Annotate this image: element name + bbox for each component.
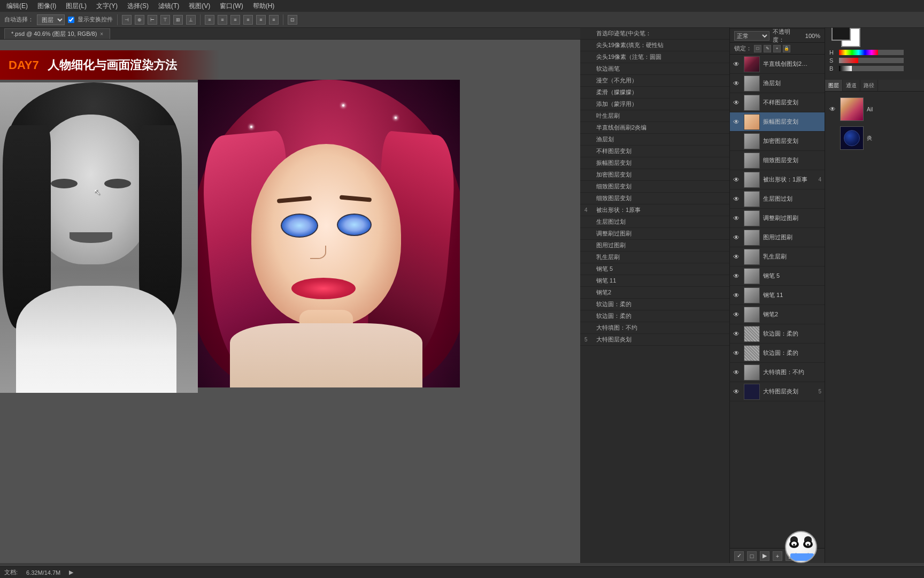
brush-item-24[interactable]: 软边圆：柔的 bbox=[580, 310, 729, 322]
brush-item-6[interactable]: 添加（蒙浮用） bbox=[580, 98, 729, 110]
tab-channels-2[interactable]: 通道 bbox=[843, 80, 860, 91]
layer-thumb-row-1[interactable]: 👁 Ail bbox=[829, 96, 920, 123]
align-top-icon[interactable]: ⊤ bbox=[160, 15, 170, 25]
layer-vis-1[interactable]: 👁 bbox=[733, 80, 741, 87]
tab-layers-2[interactable]: 图层 bbox=[825, 80, 843, 91]
menu-filter[interactable]: 滤镜(T) bbox=[154, 1, 183, 12]
lock-position-btn[interactable]: + bbox=[773, 45, 781, 52]
menu-select[interactable]: 选择(S) bbox=[123, 1, 153, 12]
show-transform-checkbox[interactable] bbox=[68, 17, 74, 23]
brightness-slider[interactable] bbox=[839, 66, 904, 71]
layer-row-5[interactable]: 👁 细致图层变划 bbox=[730, 151, 825, 170]
status-expand-arrow[interactable]: ▶ bbox=[69, 569, 73, 576]
layer-row-8[interactable]: 👁 调整刷过图刷 bbox=[730, 209, 825, 228]
layer-vis-3[interactable]: 👁 bbox=[733, 118, 741, 126]
hue-slider[interactable] bbox=[839, 50, 904, 55]
menu-image[interactable]: 图像(I) bbox=[33, 1, 60, 12]
layer-vis-5[interactable]: 👁 bbox=[733, 157, 741, 164]
menu-help[interactable]: 帮助(H) bbox=[249, 1, 279, 12]
lock-all-btn[interactable]: 🔒 bbox=[783, 45, 790, 52]
brush-item-9[interactable]: 渔层划 bbox=[580, 134, 729, 146]
distribute-top-icon[interactable]: ≡ bbox=[243, 15, 253, 25]
layer-vis-0[interactable]: 👁 bbox=[733, 60, 741, 68]
layer-row-7[interactable]: 👁 生层图过划 bbox=[730, 189, 825, 209]
align-center-h-icon[interactable]: ⊕ bbox=[135, 15, 144, 25]
layer-vis-15[interactable]: 👁 bbox=[733, 349, 741, 357]
layer-row-6[interactable]: 👁 被出形状：1原事 4 bbox=[730, 170, 825, 189]
brush-item-7[interactable]: 叶生层刷 bbox=[580, 110, 729, 122]
saturation-slider[interactable] bbox=[839, 58, 904, 63]
document-tab[interactable]: *.psd @ 40.6% (图层 10, RGB/8) × bbox=[4, 28, 110, 39]
brush-item-21[interactable]: 钢笔 11 bbox=[580, 275, 729, 287]
layer-row-1[interactable]: 👁 渔层划 bbox=[730, 74, 825, 93]
menu-view[interactable]: 视图(V) bbox=[184, 1, 214, 12]
layer-vis-6[interactable]: 👁 bbox=[733, 176, 741, 184]
menu-window[interactable]: 窗口(W) bbox=[215, 1, 247, 12]
brush-item-3[interactable]: 软边画笔 bbox=[580, 63, 729, 75]
layer-vis-13[interactable]: 👁 bbox=[733, 311, 741, 318]
layer-row-13[interactable]: 👁 钢笔2 bbox=[730, 305, 825, 324]
layer-row-4[interactable]: 👁 加密图层变划 bbox=[730, 132, 825, 151]
layer-vis-11[interactable]: 👁 bbox=[733, 272, 741, 280]
brush-item-17[interactable]: 调整刷过图刷 bbox=[580, 228, 729, 240]
distribute-h-icon[interactable]: ≡ bbox=[218, 15, 227, 25]
brush-item-22[interactable]: 钢笔2 bbox=[580, 287, 729, 299]
mascot-widget[interactable] bbox=[785, 531, 817, 563]
distribute-bottom-icon[interactable]: ≡ bbox=[269, 15, 279, 25]
layer-vis-16[interactable]: 👁 bbox=[733, 369, 741, 376]
layer-vis-4[interactable]: 👁 bbox=[733, 138, 741, 145]
brush-item-14[interactable]: 细致图层变划 bbox=[580, 193, 729, 204]
layer-vis-14[interactable]: 👁 bbox=[733, 330, 741, 338]
brush-item-2[interactable]: 尖头19像素（注笔：圆圆 bbox=[580, 51, 729, 63]
layer-row-16[interactable]: 👁 大特填图：不约 bbox=[730, 363, 825, 382]
brush-item-15[interactable]: 4被出形状：1原事 bbox=[580, 204, 729, 216]
brush-item-23[interactable]: 软边圆：柔的 bbox=[580, 299, 729, 310]
brush-item-20[interactable]: 钢笔 5 bbox=[580, 263, 729, 275]
layer-row-0[interactable]: 👁 半直线创图划2炎编 bbox=[730, 55, 825, 74]
auto-select-dropdown[interactable]: 图层 组 bbox=[37, 14, 65, 25]
align-bottom-icon[interactable]: ⊥ bbox=[186, 15, 196, 25]
layer-row-3[interactable]: 👁 振幅图层变划 bbox=[730, 112, 825, 132]
layer-vis-8[interactable]: 👁 bbox=[733, 215, 741, 222]
lock-transparent-btn[interactable]: □ bbox=[754, 45, 761, 52]
menu-edit[interactable]: 编辑(E) bbox=[2, 1, 32, 12]
align-left-icon[interactable]: ⊣ bbox=[122, 15, 132, 25]
align-center-v-icon[interactable]: ⊞ bbox=[173, 15, 183, 25]
distribute-left-icon[interactable]: ≡ bbox=[205, 15, 214, 25]
brush-item-0[interactable]: 首选印迹笔(中尖笔： bbox=[580, 28, 729, 40]
brush-item-19[interactable]: 乳生层刷 bbox=[580, 252, 729, 263]
lock-image-btn[interactable]: ✎ bbox=[764, 45, 771, 52]
tab-paths-2[interactable]: 路径 bbox=[860, 80, 878, 91]
layer-vis-12[interactable]: 👁 bbox=[733, 292, 741, 299]
layer-row-11[interactable]: 👁 钢笔 5 bbox=[730, 267, 825, 286]
layer-vis-10[interactable]: 👁 bbox=[733, 253, 741, 261]
tab-close-button[interactable]: × bbox=[100, 31, 103, 37]
brush-item-25[interactable]: 大特填图：不约 bbox=[580, 322, 729, 334]
layer-vis-17[interactable]: 👁 bbox=[733, 388, 741, 396]
brush-item-18[interactable]: 图用过图刷 bbox=[580, 240, 729, 252]
distribute-right-icon[interactable]: ≡ bbox=[230, 15, 240, 25]
brush-item-12[interactable]: 加密图层变划 bbox=[580, 169, 729, 181]
brush-item-13[interactable]: 细致图层变划 bbox=[580, 181, 729, 193]
arrange-icon[interactable]: ⊡ bbox=[288, 15, 297, 25]
brush-item-16[interactable]: 生层图过划 bbox=[580, 216, 729, 228]
layer-vis-2[interactable]: 👁 bbox=[733, 99, 741, 107]
add-adjustment-layer-btn[interactable]: ✓ bbox=[734, 551, 744, 561]
add-mask-btn[interactable]: □ bbox=[747, 551, 757, 561]
brush-item-5[interactable]: 柔滑（朦朦朦） bbox=[580, 87, 729, 98]
new-group-btn[interactable]: ▶ bbox=[760, 551, 769, 561]
layer-thumb-row-2[interactable]: 👁 炎 bbox=[829, 125, 920, 151]
distribute-v-icon[interactable]: ≡ bbox=[256, 15, 266, 25]
new-layer-btn[interactable]: + bbox=[773, 551, 782, 561]
menu-layer[interactable]: 图层(L) bbox=[61, 1, 91, 12]
brush-item-10[interactable]: 不样图层变划 bbox=[580, 146, 729, 157]
brush-item-4[interactable]: 漫空（不允用） bbox=[580, 75, 729, 87]
layer-row-12[interactable]: 👁 钢笔 11 bbox=[730, 286, 825, 305]
brush-item-11[interactable]: 振幅图层变划 bbox=[580, 157, 729, 169]
brush-item-26[interactable]: 5大特图层炎划 bbox=[580, 334, 729, 346]
layer-row-9[interactable]: 👁 图用过图刷 bbox=[730, 228, 825, 247]
layer-row-2[interactable]: 👁 不样图层变划 bbox=[730, 93, 825, 112]
layer-row-14[interactable]: 👁 软边圆：柔的 bbox=[730, 324, 825, 344]
blend-mode-select[interactable]: 正常 溶解 正片叠底 bbox=[734, 31, 769, 41]
layer-row-15[interactable]: 👁 软边圆：柔的 bbox=[730, 344, 825, 363]
